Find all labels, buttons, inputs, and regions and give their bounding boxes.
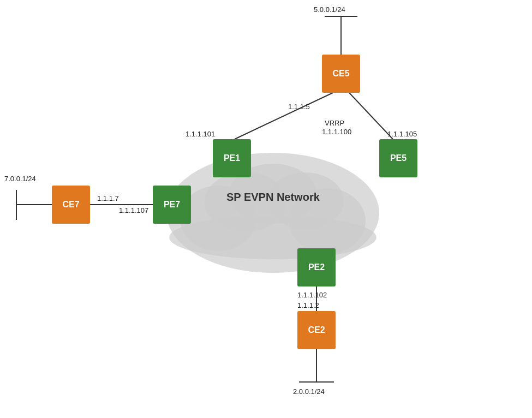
label-ce7-left: 7.0.0.1/24 bbox=[4, 175, 36, 183]
label-vrrp-ip: 1.1.1.100 bbox=[322, 128, 351, 136]
network-label: SP EVPN Network bbox=[226, 191, 320, 204]
svg-line-3 bbox=[349, 93, 393, 139]
label-ce2-bottom: 2.0.0.1/24 bbox=[293, 387, 325, 396]
network-diagram: SP EVPN Network CE5 PE1 PE5 CE7 PE7 PE2 … bbox=[0, 0, 532, 418]
node-ce5: CE5 bbox=[322, 55, 360, 93]
label-ce7-pe7-ip: 1.1.1.7 bbox=[97, 194, 119, 202]
label-pe1-addr: 1.1.1.101 bbox=[186, 130, 215, 138]
label-pe7-addr: 1.1.1.107 bbox=[119, 206, 148, 214]
svg-point-10 bbox=[166, 153, 379, 273]
label-ce2-pe2-ip: 1.1.1.2 bbox=[297, 301, 319, 309]
label-ce5-pe1-ip: 1.1.1.5 bbox=[288, 103, 310, 111]
svg-point-16 bbox=[169, 216, 376, 259]
node-ce2: CE2 bbox=[297, 311, 336, 349]
node-ce7: CE7 bbox=[52, 186, 90, 224]
label-pe2-addr: 1.1.1.102 bbox=[297, 291, 327, 299]
label-ce5-top: 5.0.0.1/24 bbox=[314, 5, 345, 14]
label-vrrp: VRRP bbox=[325, 119, 344, 127]
label-pe5-addr: 1.1.1.105 bbox=[387, 130, 417, 138]
node-pe2: PE2 bbox=[297, 248, 336, 286]
node-pe5: PE5 bbox=[379, 139, 417, 177]
node-pe1: PE1 bbox=[213, 139, 251, 177]
node-pe7: PE7 bbox=[153, 186, 191, 224]
svg-line-2 bbox=[235, 93, 333, 139]
